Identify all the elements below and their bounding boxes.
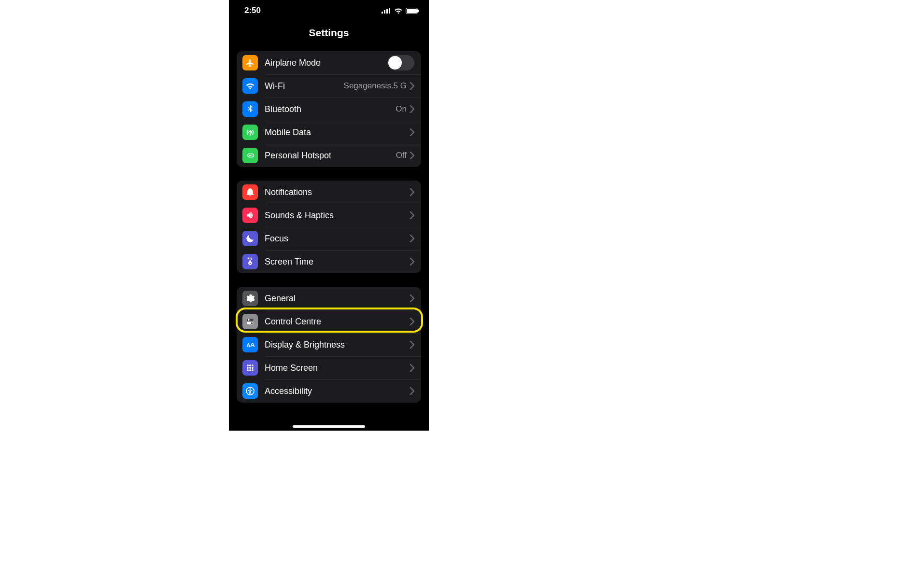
settings-group-connectivity: Airplane Mode Wi-Fi Segagenesis.5 G Blue… [237, 51, 421, 167]
chevron-right-icon [410, 235, 414, 242]
svg-rect-2 [386, 9, 388, 14]
row-display-brightness[interactable]: AA Display & Brightness [237, 333, 421, 356]
row-label: Bluetooth [265, 104, 396, 114]
moon-icon [242, 231, 258, 246]
row-label: Wi-Fi [265, 81, 344, 91]
svg-rect-6 [418, 10, 419, 12]
bluetooth-icon [242, 101, 258, 117]
settings-group-system: General Control Centre AA Display & Brig… [237, 287, 421, 403]
svg-rect-3 [389, 8, 390, 14]
row-control-centre[interactable]: Control Centre [237, 310, 421, 333]
chevron-right-icon [410, 294, 414, 302]
svg-rect-17 [249, 367, 251, 368]
chevron-right-icon [410, 152, 414, 159]
row-label: Sounds & Haptics [265, 210, 410, 221]
svg-rect-5 [407, 9, 417, 13]
chevron-right-icon [410, 364, 414, 372]
grid-icon [242, 360, 258, 376]
row-bluetooth[interactable]: Bluetooth On [237, 98, 421, 121]
svg-point-10 [251, 322, 253, 324]
chevron-right-icon [410, 105, 414, 113]
row-label: Personal Hotspot [265, 151, 396, 161]
home-indicator[interactable] [293, 425, 365, 428]
row-label: Home Screen [265, 363, 410, 373]
row-mobile-data[interactable]: Mobile Data [237, 121, 421, 144]
row-label: Notifications [265, 187, 410, 197]
row-general[interactable]: General [237, 287, 421, 310]
cellular-signal-icon [382, 8, 391, 14]
svg-rect-15 [252, 364, 253, 366]
switches-icon [242, 314, 258, 329]
svg-rect-20 [249, 369, 251, 371]
row-sounds-haptics[interactable]: Sounds & Haptics [237, 204, 421, 227]
row-label: Airplane Mode [265, 58, 387, 68]
row-screen-time[interactable]: Screen Time [237, 250, 421, 273]
row-label: Screen Time [265, 257, 410, 267]
hourglass-icon [242, 254, 258, 269]
status-time: 2:50 [244, 6, 261, 15]
accessibility-icon [242, 383, 258, 399]
status-bar-icons [382, 8, 419, 14]
antenna-icon [242, 125, 258, 140]
speaker-icon [242, 208, 258, 223]
status-bar: 2:50 [229, 0, 429, 21]
chevron-right-icon [410, 188, 414, 196]
row-personal-hotspot[interactable]: Personal Hotspot Off [237, 144, 421, 167]
row-focus[interactable]: Focus [237, 227, 421, 250]
svg-rect-0 [382, 12, 383, 14]
row-value: Segagenesis.5 G [344, 81, 407, 91]
svg-rect-1 [384, 10, 385, 14]
chevron-right-icon [410, 82, 414, 90]
row-label: Mobile Data [265, 127, 410, 138]
svg-rect-18 [252, 367, 253, 368]
row-label: Focus [265, 234, 410, 244]
row-wifi[interactable]: Wi-Fi Segagenesis.5 G [237, 74, 421, 98]
link-icon [242, 148, 258, 163]
row-notifications[interactable]: Notifications [237, 181, 421, 204]
battery-icon [406, 8, 419, 14]
chevron-right-icon [410, 211, 414, 219]
airplane-icon [242, 55, 258, 70]
svg-point-8 [248, 319, 250, 321]
svg-rect-19 [247, 369, 248, 371]
page-title: Settings [229, 21, 429, 47]
svg-text:A: A [250, 341, 255, 349]
svg-point-23 [250, 388, 251, 390]
chevron-right-icon [410, 341, 414, 349]
row-accessibility[interactable]: Accessibility [237, 379, 421, 403]
airplane-mode-toggle[interactable] [387, 55, 414, 70]
row-home-screen[interactable]: Home Screen [237, 356, 421, 379]
chevron-right-icon [410, 387, 414, 395]
chevron-right-icon [410, 128, 414, 136]
wifi-icon [242, 78, 258, 94]
row-label: Accessibility [265, 386, 410, 396]
svg-rect-16 [247, 367, 248, 368]
row-label: Display & Brightness [265, 340, 410, 350]
row-value: Off [396, 151, 407, 160]
row-airplane-mode[interactable]: Airplane Mode [237, 51, 421, 74]
chevron-right-icon [410, 258, 414, 266]
svg-rect-14 [249, 364, 251, 366]
svg-rect-21 [252, 369, 253, 371]
gear-icon [242, 291, 258, 306]
row-label: Control Centre [265, 317, 410, 327]
row-label: General [265, 294, 410, 304]
settings-group-alerts: Notifications Sounds & Haptics Focus [237, 181, 421, 273]
bell-icon [242, 184, 258, 200]
wifi-status-icon [394, 8, 403, 14]
row-value: On [396, 104, 407, 114]
phone-screen: 2:50 Settings Airplane Mode [229, 0, 429, 431]
stage: 2:50 Settings Airplane Mode [0, 0, 905, 588]
text-size-icon: AA [242, 337, 258, 352]
svg-rect-13 [247, 364, 248, 366]
chevron-right-icon [410, 318, 414, 325]
